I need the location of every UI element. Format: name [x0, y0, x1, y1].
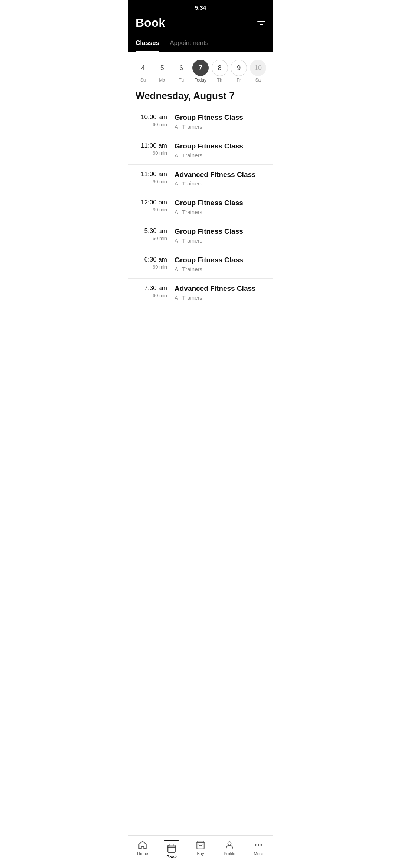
class-time-main: 6:30 am — [136, 256, 167, 263]
class-time-main: 11:00 am — [136, 142, 167, 149]
class-list-item[interactable]: 6:30 am 60 min Group Fitness Class All T… — [128, 250, 273, 279]
class-trainer: All Trainers — [175, 209, 265, 215]
calendar-day-number: 10 — [250, 60, 266, 76]
nav-profile-label: Profile — [224, 851, 235, 856]
svg-rect-0 — [168, 845, 175, 852]
class-list-item[interactable]: 12:00 pm 60 min Group Fitness Class All … — [128, 193, 273, 221]
date-heading: Wednesday, August 7 — [128, 86, 273, 108]
class-trainer: All Trainers — [175, 180, 265, 187]
calendar-day-4[interactable]: 4Su — [134, 60, 152, 83]
svg-point-5 — [228, 842, 231, 845]
calendar-strip: 4Su5Mo6Tu7Today8Th9Fr10Sa — [128, 52, 273, 86]
class-list-item[interactable]: 11:00 am 60 min Group Fitness Class All … — [128, 136, 273, 165]
class-info: Advanced Fitness Class All Trainers — [175, 285, 265, 301]
calendar-day-label: Today — [195, 78, 206, 83]
class-time-main: 11:00 am — [136, 171, 167, 178]
class-trainer: All Trainers — [175, 152, 265, 158]
class-time-duration: 60 min — [136, 293, 167, 298]
calendar-day-9[interactable]: 9Fr — [230, 60, 248, 83]
more-icon — [254, 840, 263, 850]
filter-button[interactable] — [257, 21, 265, 25]
filter-icon-line2 — [258, 23, 264, 23]
class-info: Group Fitness Class All Trainers — [175, 256, 265, 272]
calendar-day-number: 8 — [212, 60, 228, 76]
svg-point-7 — [258, 844, 259, 846]
calendar-day-6[interactable]: 6Tu — [172, 60, 190, 83]
status-bar: 5:34 — [128, 0, 273, 13]
calendar-day-label: Su — [140, 78, 146, 83]
nav-home-label: Home — [137, 851, 148, 856]
nav-book-label: Book — [166, 855, 177, 859]
book-icon — [167, 844, 176, 853]
nav-book[interactable]: Book — [157, 839, 186, 861]
calendar-day-7[interactable]: 7Today — [192, 60, 209, 83]
class-time-duration: 60 min — [136, 179, 167, 184]
class-time: 10:00 am 60 min — [136, 114, 175, 127]
class-time: 5:30 am 60 min — [136, 227, 175, 241]
header: Book — [128, 13, 273, 36]
nav-active-indicator — [164, 840, 179, 841]
class-trainer: All Trainers — [175, 266, 265, 272]
calendar-day-label: Sa — [255, 78, 261, 83]
calendar-day-8[interactable]: 8Th — [211, 60, 229, 83]
class-list-item[interactable]: 7:30 am 60 min Advanced Fitness Class Al… — [128, 279, 273, 307]
class-name: Group Fitness Class — [175, 256, 265, 264]
nav-more-label: More — [254, 851, 263, 856]
nav-more[interactable]: More — [244, 839, 273, 861]
status-time: 5:34 — [195, 4, 206, 11]
tab-classes[interactable]: Classes — [136, 36, 159, 52]
class-name: Advanced Fitness Class — [175, 171, 265, 179]
class-info: Group Fitness Class All Trainers — [175, 199, 265, 215]
nav-profile[interactable]: Profile — [215, 839, 244, 861]
class-list-item[interactable]: 5:30 am 60 min Group Fitness Class All T… — [128, 221, 273, 250]
calendar-day-number: 4 — [135, 60, 151, 76]
class-time: 6:30 am 60 min — [136, 256, 175, 270]
nav-buy[interactable]: Buy — [186, 839, 215, 861]
svg-point-8 — [260, 844, 262, 846]
calendar-day-label: Fr — [237, 78, 241, 83]
class-time: 12:00 pm 60 min — [136, 199, 175, 213]
calendar-day-number: 9 — [231, 60, 247, 76]
class-trainer: All Trainers — [175, 124, 265, 130]
nav-home[interactable]: Home — [128, 839, 157, 861]
bottom-nav: Home Book Buy — [128, 835, 273, 868]
calendar-day-number: 5 — [154, 60, 170, 76]
calendar-day-label: Mo — [159, 78, 165, 83]
class-name: Group Fitness Class — [175, 227, 265, 236]
class-time-duration: 60 min — [136, 122, 167, 127]
class-info: Group Fitness Class All Trainers — [175, 114, 265, 130]
class-name: Group Fitness Class — [175, 199, 265, 207]
class-list: 10:00 am 60 min Group Fitness Class All … — [128, 108, 273, 835]
home-icon — [138, 840, 147, 850]
calendar-day-number: 6 — [173, 60, 189, 76]
class-trainer: All Trainers — [175, 237, 265, 244]
filter-icon-line1 — [257, 21, 265, 22]
filter-icon-line3 — [260, 24, 263, 25]
class-time-duration: 60 min — [136, 207, 167, 213]
svg-point-6 — [255, 844, 256, 846]
class-time: 7:30 am 60 min — [136, 285, 175, 298]
class-info: Group Fitness Class All Trainers — [175, 142, 265, 158]
calendar-day-label: Th — [217, 78, 222, 83]
class-time-main: 7:30 am — [136, 285, 167, 292]
class-time-duration: 60 min — [136, 236, 167, 241]
class-time-main: 5:30 am — [136, 227, 167, 235]
class-time-duration: 60 min — [136, 150, 167, 156]
class-info: Advanced Fitness Class All Trainers — [175, 171, 265, 187]
calendar-day-number: 7 — [192, 60, 209, 76]
calendar-day-label: Tu — [179, 78, 184, 83]
calendar-day-10[interactable]: 10Sa — [249, 60, 267, 83]
class-list-item[interactable]: 11:00 am 60 min Advanced Fitness Class A… — [128, 165, 273, 193]
class-time: 11:00 am 60 min — [136, 171, 175, 184]
calendar-day-5[interactable]: 5Mo — [153, 60, 171, 83]
page-title: Book — [136, 16, 165, 30]
tab-bar: Classes Appointments — [128, 36, 273, 52]
tab-appointments[interactable]: Appointments — [170, 36, 208, 52]
class-name: Group Fitness Class — [175, 114, 265, 122]
class-time: 11:00 am 60 min — [136, 142, 175, 156]
class-time-main: 10:00 am — [136, 114, 167, 121]
class-list-item[interactable]: 10:00 am 60 min Group Fitness Class All … — [128, 108, 273, 136]
class-time-main: 12:00 pm — [136, 199, 167, 206]
class-info: Group Fitness Class All Trainers — [175, 227, 265, 244]
profile-icon — [225, 840, 234, 850]
